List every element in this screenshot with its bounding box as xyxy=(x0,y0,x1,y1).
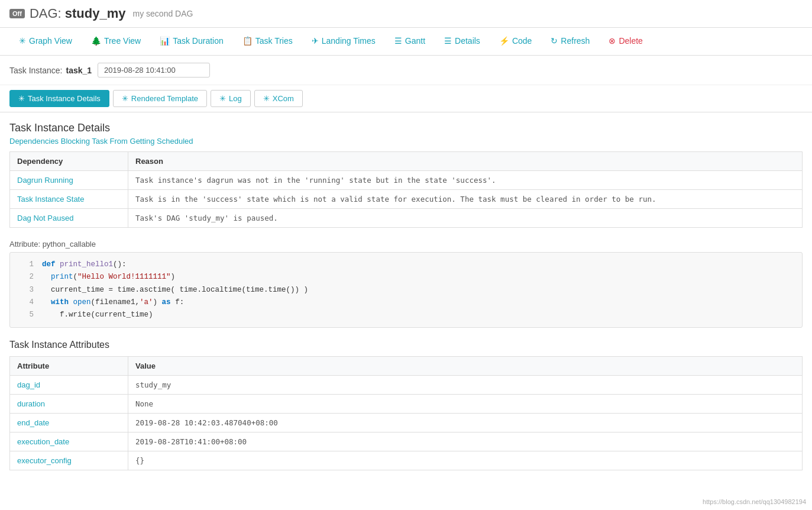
nav-tree-view-label: Tree View xyxy=(104,36,141,46)
line-code-4: with open(filename1,'a') as f: xyxy=(42,296,184,309)
tab-xcom[interactable]: ✳ XCom xyxy=(254,90,303,107)
attr-dag-id-value: study_my xyxy=(128,376,803,395)
attr-header-value: Value xyxy=(128,357,803,376)
attr-execution-date: execution_date xyxy=(10,432,128,451)
tab-bar: ✳ Task Instance Details ✳ Rendered Templ… xyxy=(0,85,812,112)
tab-xcom-label: XCom xyxy=(273,94,294,103)
attr-executor-config: executor_config xyxy=(10,451,128,470)
nav-task-duration-label: Task Duration xyxy=(173,36,224,46)
nav-delete[interactable]: ⊗ Delete xyxy=(599,28,652,55)
table-row: execution_date 2019-08-28T10:41:00+08:00 xyxy=(10,432,803,451)
nav-details-label: Details xyxy=(455,36,480,46)
table-row: Dag Not Paused Task's DAG 'study_my' is … xyxy=(10,209,803,228)
line-code-2: print("Hello World!1111111") xyxy=(42,271,175,283)
nav-gantt[interactable]: ☰ Gantt xyxy=(385,28,435,55)
code-line-1: 1 def print_hello1(): xyxy=(16,259,796,271)
nav-landing-times-label: Landing Times xyxy=(322,36,376,46)
code-icon: ⚡ xyxy=(499,36,509,46)
tab-rendered-icon: ✳ xyxy=(122,94,128,103)
tab-log-label: Log xyxy=(229,94,242,103)
dep-dagrun-running: Dagrun Running xyxy=(10,171,128,190)
tab-xcom-icon: ✳ xyxy=(263,94,270,103)
code-section-label: Attribute: python_callable xyxy=(9,240,803,248)
tab-task-instance-details[interactable]: ✳ Task Instance Details xyxy=(9,90,109,107)
graph-view-icon: ✳ xyxy=(19,36,26,46)
nav-bar: ✳ Graph View 🌲 Tree View 📊 Task Duration… xyxy=(0,28,812,56)
code-block: 1 def print_hello1(): 2 print("Hello Wor… xyxy=(9,252,803,328)
attributes-section-title: Task Instance Attributes xyxy=(9,340,803,350)
task-instance-label: Task Instance: xyxy=(9,66,63,75)
nav-gantt-label: Gantt xyxy=(405,36,425,46)
dep-dag-not-paused: Dag Not Paused xyxy=(10,209,128,228)
refresh-icon: ↻ xyxy=(551,36,558,46)
tab-details-label: Task Instance Details xyxy=(28,94,101,103)
table-row: duration None xyxy=(10,395,803,414)
attr-dag-id: dag_id xyxy=(10,376,128,395)
tab-log-icon: ✳ xyxy=(219,94,226,103)
line-num-1: 1 xyxy=(16,259,34,271)
dep-dag-not-paused-reason: Task's DAG 'study_my' is paused. xyxy=(128,209,803,228)
gantt-icon: ☰ xyxy=(394,36,402,46)
nav-task-tries[interactable]: 📋 Task Tries xyxy=(233,28,302,55)
main-content: Task Instance Details Dependencies Block… xyxy=(0,112,812,480)
table-row: dag_id study_my xyxy=(10,376,803,395)
tab-rendered-template[interactable]: ✳ Rendered Template xyxy=(113,90,207,107)
nav-tree-view[interactable]: 🌲 Tree View xyxy=(82,28,150,55)
dag-id: study_my xyxy=(65,6,126,21)
nav-task-duration[interactable]: 📊 Task Duration xyxy=(150,28,233,55)
nav-details[interactable]: ☰ Details xyxy=(435,28,490,55)
details-icon: ☰ xyxy=(444,36,452,46)
dag-header: Off DAG: study_my my second DAG xyxy=(0,0,812,28)
dep-header-reason: Reason xyxy=(128,152,803,171)
table-row: executor_config {} xyxy=(10,451,803,470)
task-instance-date-input[interactable] xyxy=(98,63,210,78)
code-line-3: 3 current_time = time.asctime( time.loca… xyxy=(16,284,796,296)
nav-code-label: Code xyxy=(512,36,532,46)
delete-icon: ⊗ xyxy=(609,36,616,46)
dep-task-instance-state-reason: Task is in the 'success' state which is … xyxy=(128,190,803,209)
tab-log[interactable]: ✳ Log xyxy=(211,90,251,107)
nav-delete-label: Delete xyxy=(619,36,642,46)
task-tries-icon: 📋 xyxy=(242,36,253,46)
task-instance-id: task_1 xyxy=(66,66,92,75)
line-num-2: 2 xyxy=(16,271,34,283)
tab-rendered-label: Rendered Template xyxy=(131,94,198,103)
nav-landing-times[interactable]: ✈ Landing Times xyxy=(302,28,385,55)
attr-executor-config-value: {} xyxy=(128,451,803,470)
dag-title: DAG: study_my xyxy=(30,6,126,21)
section-subtitle: Dependencies Blocking Task From Getting … xyxy=(9,137,803,146)
attributes-table: Attribute Value dag_id study_my duration… xyxy=(9,356,803,470)
table-row: end_date 2019-08-28 10:42:03.487040+08:0… xyxy=(10,414,803,432)
nav-code[interactable]: ⚡ Code xyxy=(490,28,541,55)
landing-times-icon: ✈ xyxy=(312,36,319,46)
nav-refresh[interactable]: ↻ Refresh xyxy=(541,28,599,55)
attr-end-date-value: 2019-08-28 10:42:03.487040+08:00 xyxy=(128,414,803,432)
code-line-4: 4 with open(filename1,'a') as f: xyxy=(16,296,796,309)
dep-header-dependency: Dependency xyxy=(10,152,128,171)
attr-end-date: end_date xyxy=(10,414,128,432)
dag-label: DAG: xyxy=(30,6,62,21)
task-instance-bar: Task Instance: task_1 xyxy=(0,56,812,85)
dag-off-badge: Off xyxy=(9,9,25,18)
nav-graph-view[interactable]: ✳ Graph View xyxy=(9,28,82,55)
nav-graph-view-label: Graph View xyxy=(29,36,72,46)
dep-dagrun-running-reason: Task instance's dagrun was not in the 'r… xyxy=(128,171,803,190)
attr-execution-date-value: 2019-08-28T10:41:00+08:00 xyxy=(128,432,803,451)
nav-refresh-label: Refresh xyxy=(561,36,590,46)
table-row: Task Instance State Task is in the 'succ… xyxy=(10,190,803,209)
attr-duration-value: None xyxy=(128,395,803,414)
table-row: Dagrun Running Task instance's dagrun wa… xyxy=(10,171,803,190)
line-code-3: current_time = time.asctime( time.localt… xyxy=(42,284,308,296)
tree-view-icon: 🌲 xyxy=(91,36,101,46)
tab-details-icon: ✳ xyxy=(18,94,25,103)
code-line-5: 5 f.write(current_time) xyxy=(16,309,796,321)
dep-task-instance-state: Task Instance State xyxy=(10,190,128,209)
dependency-table: Dependency Reason Dagrun Running Task in… xyxy=(9,151,803,228)
attr-header-attribute: Attribute xyxy=(10,357,128,376)
line-code-5: f.write(current_time) xyxy=(42,309,153,321)
nav-task-tries-label: Task Tries xyxy=(255,36,293,46)
attr-duration: duration xyxy=(10,395,128,414)
line-code-1: def print_hello1(): xyxy=(42,259,127,271)
dag-subtitle: my second DAG xyxy=(133,9,193,18)
code-line-2: 2 print("Hello World!1111111") xyxy=(16,271,796,283)
